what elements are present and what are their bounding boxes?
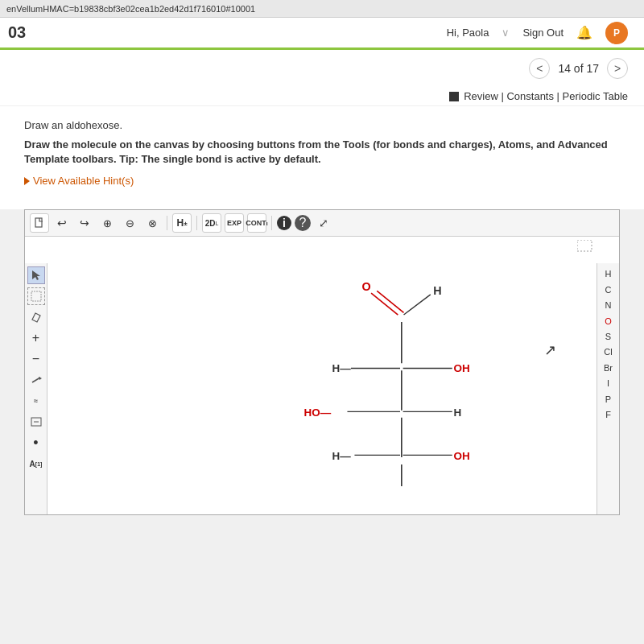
- review-icon: [449, 92, 459, 101]
- svg-rect-0: [35, 218, 42, 227]
- drawing-toolbar: ↩ ↪ ⊕ ⊖ ⊗ H± 2D L EXP CONTι i ? ⤢: [25, 210, 619, 237]
- atom-Br[interactable]: Br: [604, 362, 613, 374]
- atom-S[interactable]: S: [605, 331, 611, 343]
- exp-button[interactable]: EXP: [225, 213, 244, 233]
- drawing-area: + − ≈ • A[1] H C N O S Cl Br I: [25, 237, 619, 514]
- atom-N[interactable]: N: [605, 299, 612, 312]
- svg-rect-8: [577, 240, 592, 251]
- question-title: Draw an aldohexose.: [24, 119, 620, 131]
- pagination-text: 14 of 17: [558, 62, 599, 75]
- hint-arrow-icon: [24, 177, 30, 185]
- canvas-wrapper: ↩ ↪ ⊕ ⊖ ⊗ H± 2D L EXP CONTι i ? ⤢: [24, 209, 620, 515]
- svg-rect-2: [31, 291, 41, 301]
- atom-H4-label: H—: [332, 450, 352, 462]
- expand-button[interactable]: ⤢: [314, 213, 333, 233]
- minus-charge-button[interactable]: −: [27, 350, 45, 368]
- atom-OH4-label: OH: [454, 450, 470, 462]
- signout-link[interactable]: Sign Out: [522, 27, 564, 39]
- help-button[interactable]: ?: [295, 215, 311, 231]
- atom-C[interactable]: C: [605, 284, 612, 296]
- page-code: 03: [8, 23, 26, 42]
- label-tool-button[interactable]: A[1]: [27, 455, 45, 473]
- redo-button[interactable]: ↪: [75, 213, 94, 233]
- review-bar: Review | Constants | Periodic Table: [0, 87, 644, 106]
- atom-H1-label: H: [433, 284, 441, 297]
- question-body: Draw the molecule on the canvas by choos…: [24, 138, 620, 167]
- next-button[interactable]: >: [607, 58, 628, 79]
- hint-link[interactable]: View Available Hint(s): [24, 175, 620, 187]
- text-tool-button[interactable]: [27, 413, 45, 431]
- hydrogen-button[interactable]: H±: [172, 213, 192, 233]
- toolbar-separator-3: [271, 216, 272, 230]
- right-atom-panel: H C N O S Cl Br I P F: [597, 263, 619, 514]
- avatar[interactable]: P: [605, 22, 628, 44]
- eraser-tool-button[interactable]: [27, 308, 45, 326]
- atom-HO3-label: HO—: [304, 407, 332, 419]
- pagination: < 14 of 17 >: [0, 50, 644, 87]
- left-tool-panel: + − ≈ • A[1]: [25, 263, 47, 514]
- question-area: Draw an aldohexose. Draw the molecule on…: [0, 106, 644, 209]
- atom-Cl[interactable]: Cl: [604, 346, 612, 358]
- atom-O-label: O: [361, 281, 370, 294]
- molecule-svg: O H H— OH HO— H H— OH: [47, 237, 597, 486]
- svg-marker-1: [32, 270, 40, 280]
- hint-text[interactable]: View Available Hint(s): [33, 175, 134, 187]
- bell-icon[interactable]: 🔔: [576, 25, 592, 40]
- review-text[interactable]: Review | Constants | Periodic Table: [464, 90, 628, 102]
- dot-tool-button[interactable]: •: [27, 434, 45, 452]
- atom-H3-label: H: [454, 407, 462, 419]
- single-bond-button[interactable]: [27, 371, 45, 389]
- atom-P[interactable]: P: [605, 394, 611, 406]
- toolbar-separator-1: [167, 216, 167, 230]
- 2d-button[interactable]: 2D L: [202, 213, 221, 233]
- hi-text[interactable]: Hi, Paola: [447, 27, 489, 39]
- url-text: enVellumHMAC=b19838cbf3e02cea1b2ed42d1f7…: [6, 4, 255, 14]
- url-bar: enVellumHMAC=b19838cbf3e02cea1b2ed42d1f7…: [0, 0, 644, 18]
- cont-button[interactable]: CONTι: [247, 213, 266, 233]
- prev-button[interactable]: <: [529, 58, 550, 79]
- selection-dots: [577, 240, 593, 253]
- new-file-button[interactable]: [30, 213, 49, 233]
- toolbar-separator-2: [196, 216, 197, 230]
- select-tool-button[interactable]: [27, 266, 45, 284]
- atom-O[interactable]: O: [605, 316, 612, 328]
- zoom-out-button[interactable]: ⊖: [120, 213, 139, 233]
- zoom-in-button[interactable]: ⊕: [97, 213, 117, 233]
- atom-F[interactable]: F: [605, 409, 611, 421]
- atom-H[interactable]: H: [605, 268, 612, 280]
- svg-marker-5: [39, 377, 42, 380]
- atom-I[interactable]: I: [607, 378, 609, 390]
- header-right: Hi, Paola ∨ Sign Out 🔔 P: [447, 22, 628, 44]
- svg-marker-3: [32, 313, 40, 322]
- eraser-button[interactable]: ⊗: [142, 213, 162, 233]
- atom-H2-label: H—: [332, 362, 352, 374]
- undo-button[interactable]: ↩: [52, 213, 72, 233]
- header: 03 Hi, Paola ∨ Sign Out 🔔 P: [0, 18, 644, 50]
- double-bond-button[interactable]: ≈: [27, 392, 45, 410]
- molecule-canvas[interactable]: ↗ O: [47, 237, 597, 486]
- atom-OH2-label: OH: [454, 362, 470, 374]
- plus-charge-button[interactable]: +: [27, 329, 45, 347]
- svg-line-15: [404, 295, 431, 315]
- lasso-tool-button[interactable]: [27, 287, 45, 305]
- info-button[interactable]: i: [277, 216, 291, 230]
